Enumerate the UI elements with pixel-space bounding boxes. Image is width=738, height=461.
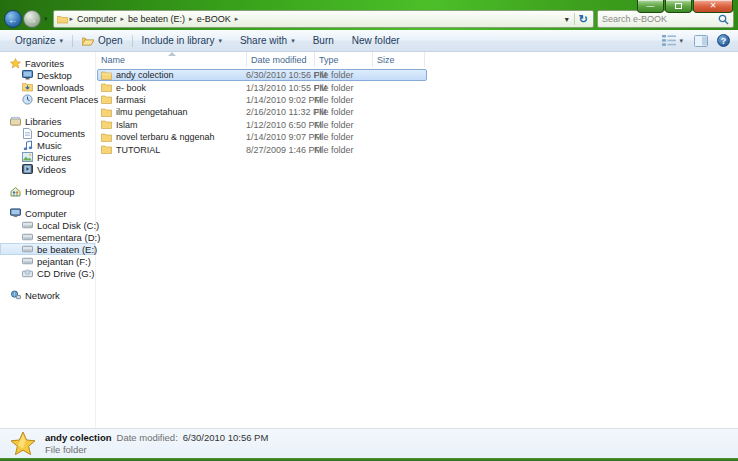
file-row-e-book[interactable]: e- book 1/13/2010 10:55 PM File folder [97, 81, 427, 93]
back-button[interactable]: ← [4, 10, 22, 28]
chevron-down-icon: ▾ [60, 37, 64, 45]
folder-icon [57, 14, 68, 25]
sidebar-label: be beaten (E:) [37, 244, 97, 255]
new-folder-button[interactable]: New folder [343, 32, 409, 49]
breadcrumb-separator[interactable]: ▸ [121, 15, 125, 23]
videos-icon [22, 164, 33, 175]
explorer-window: — ✕ ← → ▾ ▸ Computer ▸ be beaten (E:) ▸ … [0, 0, 738, 461]
file-row-farmasi[interactable]: farmasi 1/14/2010 9:02 PM File folder [97, 94, 427, 106]
favorites-star-icon [10, 58, 21, 69]
chevron-down-icon: ▾ [679, 37, 683, 45]
file-row-novel-terbaru[interactable]: novel terbaru & nggenah 1/14/2010 9:07 P… [97, 131, 427, 143]
maximize-button[interactable] [665, 0, 692, 13]
recent-places-icon [22, 94, 33, 105]
sidebar-item-pictures[interactable]: Pictures [0, 151, 95, 163]
music-icon [22, 140, 33, 151]
burn-button[interactable]: Burn [304, 32, 343, 49]
file-name: TUTORIAL [116, 145, 160, 155]
file-row-tutorial[interactable]: TUTORIAL 8/27/2009 1:46 PM File folder [97, 143, 427, 155]
sidebar-label: Videos [37, 164, 66, 175]
forward-arrow-icon: → [27, 14, 37, 25]
refresh-icon[interactable]: ↻ [577, 13, 590, 26]
file-date: 1/13/2010 10:55 PM [246, 83, 314, 93]
toolbar-right-icons: ▾ ? [660, 32, 732, 49]
sidebar-item-sementara-d[interactable]: sementara (D:) [0, 231, 95, 243]
sidebar-item-music[interactable]: Music [0, 139, 95, 151]
file-row-andy-colection[interactable]: andy colection 6/30/2010 10:56 PM File f… [97, 69, 427, 81]
sidebar-item-computer[interactable]: Computer [0, 207, 95, 219]
sidebar-label: Desktop [37, 70, 72, 81]
file-type: File folder [314, 120, 372, 130]
sidebar-item-local-disk-c[interactable]: Local Disk (C:) [0, 219, 95, 231]
sidebar-item-videos[interactable]: Videos [0, 163, 95, 175]
views-icon [662, 35, 676, 46]
minimize-button[interactable]: — [637, 0, 664, 13]
close-button[interactable]: ✕ [693, 0, 733, 13]
open-button[interactable]: Open [73, 32, 131, 49]
sort-ascending-icon [168, 52, 176, 56]
folder-icon [101, 144, 112, 155]
navigation-bar: ← → ▾ ▸ Computer ▸ be beaten (E:) ▸ e-BO… [0, 8, 738, 30]
change-view-button[interactable]: ▾ [660, 32, 685, 49]
breadcrumb-drive[interactable]: be beaten (E:) [126, 14, 187, 24]
sidebar-item-desktop[interactable]: Desktop [0, 69, 95, 81]
chevron-down-icon: ▾ [218, 37, 222, 45]
organize-label: Organize [15, 35, 56, 46]
file-type: File folder [314, 132, 372, 142]
recent-pages-dropdown[interactable]: ▾ [44, 15, 48, 23]
desktop-icon [22, 70, 33, 81]
file-type: File folder [314, 70, 372, 80]
sidebar-item-pejantan-f[interactable]: pejantan (F:) [0, 255, 95, 267]
breadcrumb-separator[interactable]: ▸ [235, 15, 239, 23]
details-text: andy colection Date modified: 6/30/2010 … [45, 432, 268, 455]
breadcrumb-folder[interactable]: e-BOOK [195, 14, 233, 24]
details-item-type: File folder [45, 444, 268, 455]
column-header-date-modified[interactable]: Date modified [247, 52, 315, 67]
folder-icon [101, 94, 112, 105]
forward-button[interactable]: → [23, 10, 41, 28]
burn-label: Burn [313, 35, 334, 46]
sidebar-item-network[interactable]: Network [0, 289, 95, 301]
sidebar-label: Local Disk (C:) [37, 220, 99, 231]
breadcrumb-separator[interactable]: ▸ [189, 15, 193, 23]
column-header-size[interactable]: Size [373, 52, 425, 67]
sidebar-item-libraries[interactable]: Libraries [0, 115, 95, 127]
file-name: ilmu pengetahuan [116, 107, 188, 117]
search-icon[interactable] [718, 14, 729, 25]
open-label: Open [98, 35, 122, 46]
file-row-islam[interactable]: Islam 1/12/2010 6:50 PM File folder [97, 119, 427, 131]
column-header-type[interactable]: Type [315, 52, 373, 67]
new-folder-label: New folder [352, 35, 400, 46]
address-bar[interactable]: ▸ Computer ▸ be beaten (E:) ▸ e-BOOK ▸ ▾… [53, 10, 594, 28]
preview-pane-button[interactable] [694, 35, 708, 47]
chevron-down-icon: ▾ [291, 37, 295, 45]
hard-drive-icon [22, 220, 33, 231]
sidebar-item-documents[interactable]: Documents [0, 127, 95, 139]
sidebar-item-recent-places[interactable]: Recent Places [0, 93, 95, 105]
help-button[interactable]: ? [717, 34, 730, 47]
file-date: 1/14/2010 9:02 PM [246, 95, 314, 105]
minimize-icon: — [647, 2, 655, 10]
sidebar-label: pejantan (F:) [37, 256, 91, 267]
organize-button[interactable]: Organize ▾ [6, 32, 72, 49]
file-row-ilmu-pengetahuan[interactable]: ilmu pengetahuan 2/16/2010 11:32 PM File… [97, 106, 427, 118]
column-header-name[interactable]: Name [97, 52, 247, 67]
search-input[interactable] [602, 14, 718, 24]
sidebar-item-be-beaten-e[interactable]: be beaten (E:) [0, 243, 95, 255]
breadcrumb-computer[interactable]: Computer [75, 14, 119, 24]
folder-icon [101, 82, 112, 93]
homegroup-icon [10, 186, 21, 197]
sidebar-item-favorites[interactable]: Favorites [0, 57, 95, 69]
sidebar-label: Favorites [25, 58, 64, 69]
cd-drive-icon [22, 268, 33, 279]
include-in-library-button[interactable]: Include in library ▾ [133, 32, 231, 49]
sidebar-item-homegroup[interactable]: Homegroup [0, 185, 95, 197]
address-divider [574, 13, 575, 25]
share-with-button[interactable]: Share with ▾ [231, 32, 304, 49]
sidebar-item-downloads[interactable]: Downloads [0, 81, 95, 93]
sidebar-item-cd-drive-g[interactable]: CD Drive (G:) [0, 267, 95, 279]
file-type: File folder [314, 145, 372, 155]
file-name: Islam [116, 120, 138, 130]
address-history-dropdown[interactable]: ▾ [562, 15, 572, 24]
file-list-pane: Name Date modified Type Size andy colect… [96, 52, 738, 428]
